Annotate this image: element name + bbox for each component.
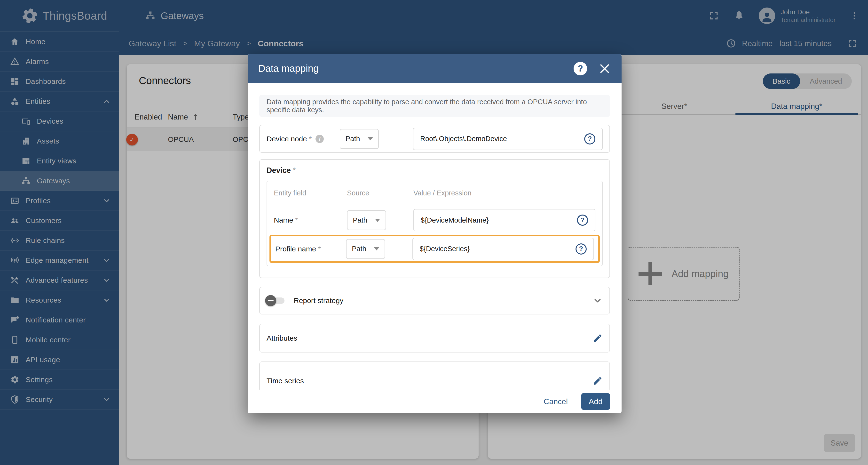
edit-pencil-icon[interactable] — [592, 376, 603, 386]
help-icon[interactable]: ? — [577, 214, 588, 226]
caret-down-icon — [374, 247, 379, 251]
device-table-header: Entity fieldSourceValue / Expression — [267, 181, 602, 205]
source-select[interactable]: Path — [346, 239, 385, 259]
source-select[interactable]: Path — [347, 210, 386, 230]
field-label: Name* — [274, 216, 347, 224]
data-mapping-dialog: Data mapping ? Data mapping provides the… — [248, 54, 622, 413]
section-attributes: Attributes — [259, 324, 610, 352]
dialog-title: Data mapping — [258, 63, 319, 74]
value-expression-input[interactable]: ${DeviceModelName}? — [413, 209, 595, 231]
field-label: Profile name* — [275, 245, 346, 253]
report-strategy-label: Report strategy — [294, 296, 343, 305]
edit-pencil-icon[interactable] — [592, 333, 603, 343]
caret-down-icon — [368, 137, 373, 140]
help-icon[interactable]: ? — [576, 243, 587, 255]
device-section-title: Device * — [267, 166, 603, 175]
report-strategy-toggle[interactable] — [267, 297, 284, 304]
section-time-series: Time series — [259, 361, 610, 389]
close-icon[interactable] — [598, 62, 611, 75]
help-icon[interactable]: ? — [584, 133, 595, 145]
info-icon[interactable]: i — [315, 135, 324, 143]
minus-icon — [268, 300, 274, 301]
dialog-footer: Cancel Add — [248, 389, 622, 413]
device-node-source-select[interactable]: Path — [340, 129, 379, 149]
value-expression-input[interactable]: ${DeviceSeries}? — [412, 238, 594, 260]
dialog-body: Data mapping provides the capability to … — [248, 83, 622, 389]
dialog-description: Data mapping provides the capability to … — [259, 95, 610, 117]
device-node-value-input[interactable]: Root\.Objects\.DemoDevice ? — [413, 128, 603, 150]
highlighted-row-outline: Profile name*Path${DeviceSeries}? — [270, 235, 600, 263]
dialog-header: Data mapping ? — [248, 54, 622, 83]
cancel-button[interactable]: Cancel — [544, 397, 568, 406]
caret-down-icon — [375, 219, 380, 222]
report-strategy-row: Report strategy — [259, 287, 610, 315]
device-table: Entity fieldSourceValue / Expression Nam… — [267, 181, 603, 266]
chevron-down-icon[interactable] — [592, 295, 603, 306]
device-node-row: Device node * i Path Root\.Objects\.Demo… — [259, 125, 610, 153]
dialog-help-icon[interactable]: ? — [574, 62, 587, 76]
device-row-profile-name: Profile name*Path${DeviceSeries}? — [271, 236, 598, 261]
device-node-label: Device node * i — [267, 135, 340, 143]
device-section: Device * Entity fieldSourceValue / Expre… — [259, 159, 610, 278]
add-button[interactable]: Add — [581, 393, 610, 410]
device-col-entity-field: Entity field — [274, 189, 347, 197]
device-col-source: Source — [347, 189, 413, 197]
device-row-name: Name*Path${DeviceModelName}? — [267, 205, 602, 235]
device-col-value-expression: Value / Expression — [413, 189, 602, 197]
